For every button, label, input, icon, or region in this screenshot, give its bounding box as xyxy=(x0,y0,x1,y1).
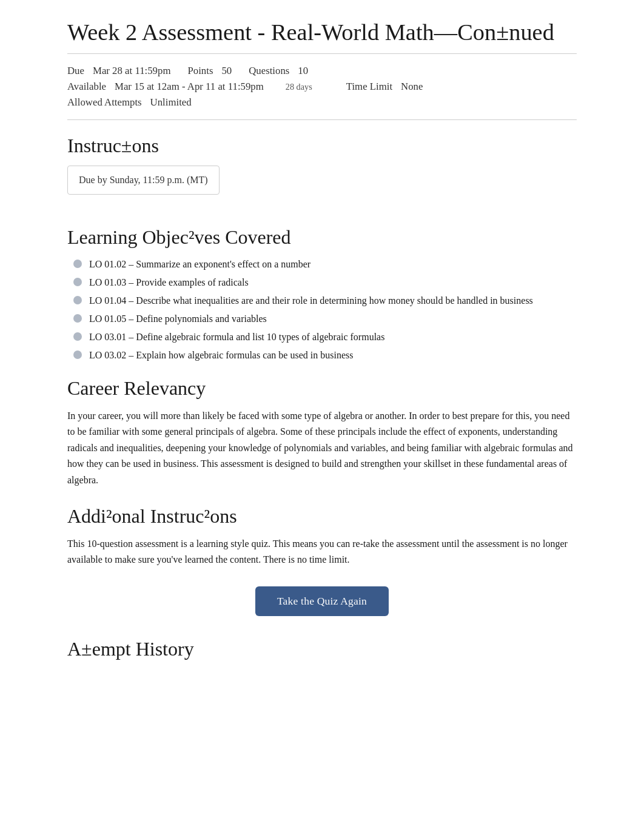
questions-value: 10 xyxy=(298,65,308,77)
lo-text: LO 01.05 – Define polynomials and variab… xyxy=(89,312,267,326)
page-title: Week 2 Assessment - Real-World Math—Con±… xyxy=(67,18,577,54)
available-label: Available xyxy=(67,81,106,93)
bullet-icon xyxy=(73,260,82,268)
attempt-history-heading: A±empt History xyxy=(67,638,577,660)
bullet-icon xyxy=(73,332,82,341)
lo-text: LO 01.04 – Describe what inequalities ar… xyxy=(89,293,533,308)
lo-text: LO 03.02 – Explain how algebraic formula… xyxy=(89,348,353,363)
allowed-attempts-label: Allowed Attempts xyxy=(67,96,142,109)
learning-objectives-heading: Learning Objec²ves Covered xyxy=(67,226,577,249)
career-heading: Career Relevancy xyxy=(67,377,577,400)
lo-text: LO 03.01 – Define algebraic formula and … xyxy=(89,330,384,344)
take-quiz-container: Take the Quiz Again xyxy=(67,586,577,616)
questions-label: Questions xyxy=(249,65,289,77)
list-item: LO 01.03 – Provide examples of radicals xyxy=(73,275,577,290)
available-value: Mar 15 at 12am - Apr 11 at 11:59pm xyxy=(115,81,264,93)
learning-objectives-list: LO 01.02 – Summarize an exponent's effec… xyxy=(73,257,577,363)
time-limit-label: Time Limit xyxy=(346,81,392,93)
due-value: Mar 28 at 11:59pm xyxy=(93,65,170,77)
list-item: LO 03.01 – Define algebraic formula and … xyxy=(73,330,577,344)
list-item: LO 01.02 – Summarize an exponent's effec… xyxy=(73,257,577,272)
instructions-box: Due by Sunday, 11:59 p.m. (MT) xyxy=(67,166,220,195)
meta-section: Due Mar 28 at 11:59pm Points 50 Question… xyxy=(67,65,577,120)
points-value: 50 xyxy=(221,65,232,77)
time-limit-value: None xyxy=(401,81,423,93)
career-body: In your career, you will more than likel… xyxy=(67,408,577,488)
additional-body: This 10-question assessment is a learnin… xyxy=(67,536,577,568)
lo-text: LO 01.03 – Provide examples of radicals xyxy=(89,275,249,290)
instructions-text: Due by Sunday, 11:59 p.m. (MT) xyxy=(79,175,208,185)
due-label: Due xyxy=(67,65,84,77)
list-item: LO 01.04 – Describe what inequalities ar… xyxy=(73,293,577,308)
career-section: Career Relevancy In your career, you wil… xyxy=(67,377,577,488)
lo-text: LO 01.02 – Summarize an exponent's effec… xyxy=(89,257,310,272)
list-item: LO 01.05 – Define polynomials and variab… xyxy=(73,312,577,326)
list-item: LO 03.02 – Explain how algebraic formula… xyxy=(73,348,577,363)
allowed-attempts-value: Unlimited xyxy=(150,96,192,109)
additional-heading: Addi²onal Instruc²ons xyxy=(67,505,577,528)
instructions-heading: Instruc±ons xyxy=(67,135,577,157)
attempt-history-section: A±empt History xyxy=(67,638,577,660)
days-badge: 28 days xyxy=(286,82,312,92)
take-quiz-button[interactable]: Take the Quiz Again xyxy=(255,586,389,616)
points-label: Points xyxy=(187,65,213,77)
additional-section: Addi²onal Instruc²ons This 10-question a… xyxy=(67,505,577,568)
bullet-icon xyxy=(73,278,82,286)
bullet-icon xyxy=(73,350,82,359)
bullet-icon xyxy=(73,296,82,304)
bullet-icon xyxy=(73,314,82,323)
